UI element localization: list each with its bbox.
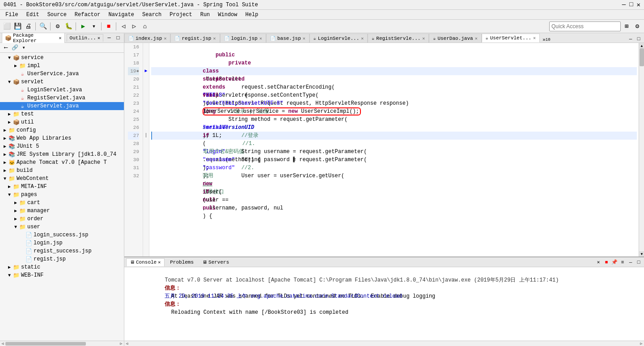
tab-problems[interactable]: Problems bbox=[166, 258, 197, 266]
tree-item-service[interactable]: ▼ 📦 service bbox=[0, 54, 124, 62]
vscroll-thumb[interactable] bbox=[640, 48, 644, 66]
tab-regist-jsp-close[interactable]: ✕ bbox=[213, 36, 216, 41]
menu-run[interactable]: Run bbox=[197, 11, 214, 19]
toolbar-prev[interactable]: ◁ bbox=[119, 21, 128, 31]
tree-item-loginservlet[interactable]: ▶ ☕ LoginServlet.java bbox=[0, 86, 124, 94]
expand-cart[interactable]: ▶ bbox=[13, 200, 19, 206]
expand-tomcat[interactable]: ▶ bbox=[2, 159, 8, 166]
toolbar-save[interactable]: 💾 bbox=[13, 21, 22, 31]
expand-jre[interactable]: ▶ bbox=[2, 151, 8, 158]
left-hscroll[interactable]: ◁ ▷ bbox=[0, 341, 124, 346]
tree-item-pages[interactable]: ▼ 📁 pages bbox=[0, 191, 124, 199]
code-editor[interactable]: 16 17 18 19● 20 21 22 23 24 25 26 27 bbox=[124, 43, 639, 256]
expand-pages[interactable]: ▼ bbox=[6, 192, 13, 198]
tree-item-webapplibs[interactable]: ▶ 📚 Web App Libraries bbox=[0, 134, 124, 142]
toolbar-print[interactable]: 🖨 bbox=[23, 21, 33, 31]
editor-minimize[interactable]: — bbox=[627, 35, 634, 43]
menu-window[interactable]: Window bbox=[214, 11, 241, 19]
toolbar-debug[interactable]: 🐛 bbox=[64, 21, 73, 31]
tree-item-loginsuccess[interactable]: ▶ 📄 login_success.jsp bbox=[0, 231, 124, 239]
quick-access-input[interactable] bbox=[549, 21, 621, 31]
collapse-all-btn[interactable]: ⟵ bbox=[2, 44, 10, 52]
tree-item-user[interactable]: ▼ 📁 user bbox=[0, 223, 124, 231]
tree-item-static[interactable]: ▶ 📁 static bbox=[0, 263, 124, 271]
tree-item-servlet[interactable]: ▼ 📦 servlet bbox=[0, 78, 124, 86]
tab-userdao[interactable]: ☕ UserDao.java ✕ bbox=[429, 34, 481, 43]
expand-order[interactable]: ▶ bbox=[13, 216, 19, 222]
tree-item-impl[interactable]: ▶ 📁 impl bbox=[0, 62, 124, 70]
tree-item-webcontent[interactable]: ▼ 📁 WebContent bbox=[0, 175, 124, 183]
tab-login-jsp[interactable]: 📄 login.jsp ✕ bbox=[220, 34, 266, 43]
expand-config[interactable]: ▶ bbox=[2, 127, 8, 133]
toolbar-settings[interactable]: ⚙ bbox=[632, 21, 642, 31]
tree-item-jre[interactable]: ▶ 📚 JRE System Library [jdk1.8.0_74 bbox=[0, 150, 124, 158]
expand-webinf[interactable]: ▼ bbox=[6, 272, 13, 278]
package-explorer-close[interactable]: ✕ bbox=[59, 35, 62, 41]
tab-registservlet[interactable]: ☕ RegistServle... ✕ bbox=[368, 34, 429, 43]
maximize-button[interactable]: □ bbox=[629, 1, 633, 9]
close-button[interactable]: ✕ bbox=[637, 1, 640, 9]
console-stop[interactable]: ■ bbox=[603, 259, 610, 266]
tab-base-jsp[interactable]: 📄 base.jsp ✕ bbox=[266, 34, 309, 43]
tree-item-registsuccess[interactable]: ▶ 📄 regist_success.jsp bbox=[0, 247, 124, 255]
minimize-button[interactable]: — bbox=[622, 1, 626, 9]
tree-item-manager[interactable]: ▶ 📁 manager bbox=[0, 207, 124, 215]
expand-static[interactable]: ▶ bbox=[6, 264, 13, 270]
toolbar-run-external[interactable]: ⚙ bbox=[53, 21, 63, 31]
toolbar-perspectives[interactable]: ⊞ bbox=[622, 21, 631, 31]
menu-source[interactable]: Source bbox=[44, 11, 70, 19]
tree-item-util[interactable]: ▶ 📦 util bbox=[0, 118, 124, 126]
menu-help[interactable]: Help bbox=[242, 11, 262, 19]
expand-manager[interactable]: ▶ bbox=[13, 208, 19, 214]
expand-impl[interactable]: ▶ bbox=[13, 63, 19, 69]
console-close[interactable]: ✕ bbox=[158, 260, 161, 265]
console-maximize[interactable]: □ bbox=[635, 259, 642, 266]
expand-servlet[interactable]: ▼ bbox=[6, 79, 13, 85]
tab-loginservlet-close[interactable]: ✕ bbox=[361, 36, 364, 41]
toolbar-run-green[interactable]: ▶ bbox=[78, 21, 88, 31]
console-minimize[interactable]: — bbox=[627, 259, 634, 266]
tab-userdao-close[interactable]: ✕ bbox=[475, 36, 478, 41]
menu-navigate[interactable]: Navigate bbox=[105, 11, 138, 19]
menu-edit[interactable]: Edit bbox=[23, 11, 43, 19]
vscroll[interactable]: ▲ ▼ bbox=[639, 43, 644, 256]
tree-item-loginjsp[interactable]: ▶ 📄 login.jsp bbox=[0, 239, 124, 247]
tab-outline[interactable]: Outlin... ✕ bbox=[67, 34, 103, 42]
console-options[interactable]: ≡ bbox=[619, 259, 626, 266]
expand-test[interactable]: ▶ bbox=[6, 111, 13, 117]
console-hscroll[interactable]: ◁ ▷ bbox=[124, 341, 644, 346]
console-scroll-track[interactable] bbox=[130, 342, 639, 346]
expand-junit[interactable]: ▶ bbox=[2, 143, 8, 150]
toolbar-home[interactable]: ⌂ bbox=[140, 21, 150, 31]
left-scroll-right[interactable]: ▷ bbox=[119, 341, 124, 346]
tree-item-order[interactable]: ▶ 📁 order bbox=[0, 215, 124, 223]
expand-webapplibs[interactable]: ▶ bbox=[2, 135, 8, 141]
menu-project[interactable]: Project bbox=[166, 11, 195, 19]
tree-item-registjsp[interactable]: ▶ 📄 regist.jsp bbox=[0, 255, 124, 263]
tab-loginservlet[interactable]: ☕ LoginServle... ✕ bbox=[309, 34, 368, 43]
tab-servers[interactable]: 🖥 Servers bbox=[199, 258, 233, 266]
expand-user[interactable]: ▼ bbox=[13, 224, 19, 230]
toolbar-search[interactable]: 🔍 bbox=[38, 21, 48, 31]
link-editor-btn[interactable]: 🔗 bbox=[11, 44, 19, 52]
menu-file[interactable]: File bbox=[2, 11, 22, 19]
outline-close[interactable]: ✕ bbox=[97, 35, 100, 41]
console-scroll-left[interactable]: ◁ bbox=[124, 341, 130, 346]
vscroll-up[interactable]: ▲ bbox=[639, 43, 644, 48]
panel-maximize[interactable]: □ bbox=[114, 34, 122, 42]
tree-item-config[interactable]: ▶ 📁 config bbox=[0, 126, 124, 134]
toolbar-stop[interactable]: ■ bbox=[104, 21, 114, 31]
expand-util[interactable]: ▶ bbox=[6, 119, 13, 125]
tab-console[interactable]: 🖥 Console ✕ bbox=[126, 258, 165, 266]
tab-regist-jsp[interactable]: 📄 regist.jsp ✕ bbox=[170, 34, 220, 43]
tree-item-metainf[interactable]: ▶ 📁 META-INF bbox=[0, 183, 124, 191]
tree-item-tomcat[interactable]: ▶ 🐱 Apache Tomcat v7.0 [Apache T bbox=[0, 158, 124, 167]
tab-registservlet-close[interactable]: ✕ bbox=[422, 36, 425, 41]
console-pin[interactable]: 📌 bbox=[611, 259, 618, 266]
tree-item-userservice[interactable]: ▶ ☕ UserService.java bbox=[0, 70, 124, 78]
expand-metainf[interactable]: ▶ bbox=[6, 184, 13, 190]
tree-item-webinf[interactable]: ▼ 📁 WEB-INF bbox=[0, 271, 124, 279]
tree-item-test[interactable]: ▶ 📁 test bbox=[0, 110, 124, 118]
tab-login-jsp-close[interactable]: ✕ bbox=[259, 36, 262, 41]
console-scroll-right[interactable]: ▷ bbox=[639, 341, 644, 346]
